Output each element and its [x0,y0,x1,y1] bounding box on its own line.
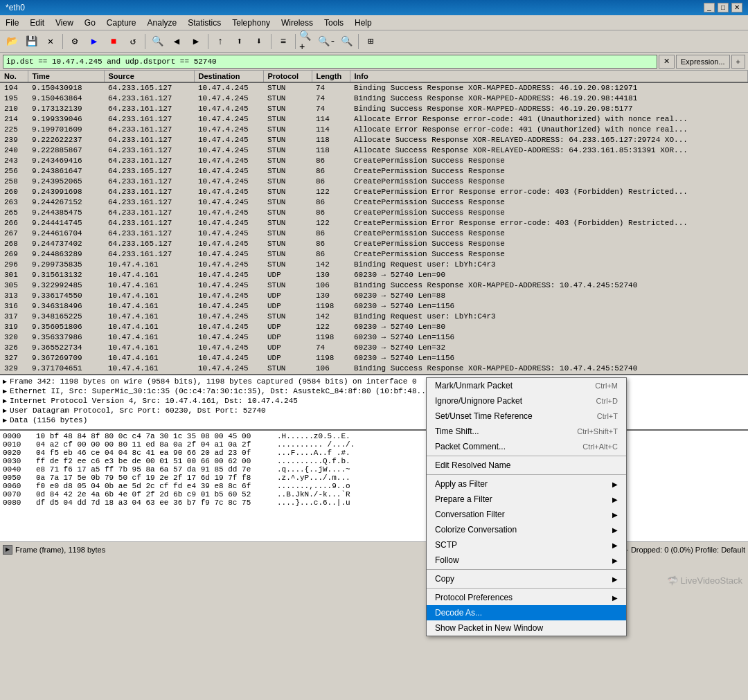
back-button[interactable]: ◀ [168,33,186,51]
table-row[interactable]: 2109.17313213964.233.161.12710.47.4.245S… [0,104,748,114]
cell-len: 86 [312,208,350,218]
cell-src: 64.233.161.127 [104,156,194,166]
cell-no: 210 [0,104,28,114]
cell-time: 9.173132139 [28,104,104,114]
ctx-menu-item-apply-as-filter[interactable]: Apply as Filter▶ [427,476,626,492]
menu-item-tools[interactable]: Tools [319,15,349,30]
goto-button[interactable]: ↑ [211,33,229,51]
table-row[interactable]: 2669.24441474564.233.161.12710.47.4.245S… [0,218,748,228]
cell-src: 64.233.161.127 [104,187,194,197]
detail-row: ▶Frame 342: 1198 bytes on wire (9584 bit… [3,377,745,386]
menu-item-view[interactable]: View [50,15,79,30]
ctx-menu-item-conversation-filter[interactable]: Conversation Filter▶ [427,507,626,522]
table-row[interactable]: 3059.32299248510.47.4.16110.47.4.245STUN… [0,280,748,291]
restart-button[interactable]: ↺ [124,33,142,51]
table-row[interactable]: 2639.24426715264.233.161.12710.47.4.245S… [0,197,748,208]
table-row[interactable]: 3169.34631849610.47.4.16110.47.4.245UDP1… [0,301,748,312]
table-row[interactable]: 3269.36552273410.47.4.16110.47.4.245UDP7… [0,343,748,353]
menu-item-wireless[interactable]: Wireless [276,15,319,30]
table-row[interactable]: 1959.15046386464.233.161.12710.47.4.245S… [0,93,748,104]
table-row[interactable]: 2679.24461670464.233.161.12710.47.4.245S… [0,228,748,239]
cell-src: 64.233.161.127 [104,125,194,135]
detail-arrow-icon: ▶ [3,416,7,424]
table-row[interactable]: 3279.36726970910.47.4.16110.47.4.245UDP1… [0,353,748,364]
ctx-menu-item-set-unset-time-reference[interactable]: Set/Unset Time ReferenceCtrl+T [427,409,626,424]
cell-dst: 10.47.4.245 [194,114,263,125]
menu-item-help[interactable]: Help [349,15,377,30]
table-row[interactable]: 3199.35605180610.47.4.16110.47.4.245UDP1… [0,322,748,332]
resize-columns-button[interactable]: ⊞ [362,33,380,51]
table-row[interactable]: 2409.22288586764.233.161.12710.47.4.245S… [0,145,748,156]
expression-button[interactable]: Expression... [676,55,730,69]
cell-no: 317 [0,312,28,322]
table-row[interactable]: 3019.31561313210.47.4.16110.47.4.245UDP1… [0,270,748,280]
menu-item-edit[interactable]: Edit [24,15,50,30]
ctx-menu-item-follow[interactable]: Follow▶ [427,553,626,557]
table-row[interactable]: 2259.19970160964.233.161.12710.47.4.245S… [0,125,748,135]
ctx-menu-item-ignore-unignore-packet[interactable]: Ignore/Unignore PacketCtrl+D [427,393,626,409]
table-row[interactable]: 3299.37170465110.47.4.16110.47.4.245STUN… [0,364,748,374]
ctx-menu-item-mark-unmark-packet[interactable]: Mark/Unmark PacketCtrl+M [427,378,626,393]
save-button[interactable]: 💾 [22,33,40,51]
ctx-menu-item-colorize-conversation[interactable]: Colorize Conversation▶ [427,522,626,537]
table-row[interactable]: 3209.35633798610.47.4.16110.47.4.245UDP1… [0,332,748,343]
first-button[interactable]: ⬆ [231,33,249,51]
ctx-item-label: Prepare a Filter [435,494,492,504]
forward-button[interactable]: ▶ [187,33,205,51]
titlebar-controls[interactable]: _ □ ✕ [704,3,742,12]
start-button[interactable]: ▶ [85,33,103,51]
autoscroll-button[interactable]: ≡ [274,33,292,51]
table-row[interactable]: 2399.22262223764.233.161.12710.47.4.245S… [0,135,748,145]
close-button[interactable]: ✕ [731,3,742,12]
ctx-menu-item-sctp[interactable]: SCTP▶ [427,537,626,553]
maximize-button[interactable]: □ [718,3,729,12]
table-row[interactable]: 1949.15043091864.233.165.12710.47.4.245S… [0,82,748,93]
cell-src: 64.233.161.127 [104,93,194,104]
cell-dst: 10.47.4.245 [194,135,263,145]
table-row[interactable]: 2439.24346941664.233.161.12710.47.4.245S… [0,156,748,166]
ctx-menu-item-packet-comment-[interactable]: Packet Comment...Ctrl+Alt+C [427,439,626,454]
menu-item-file[interactable]: File [0,15,24,30]
find-button[interactable]: 🔍 [148,33,166,51]
hex-bytes: 0d 84 42 2e 4a 6b 4e 0f 2f 2d 6b c9 01 b… [36,490,271,499]
hex-ascii: .......,....9..o [277,482,350,490]
add-expression-button[interactable]: + [731,55,745,69]
filter-input[interactable] [3,55,657,69]
hex-offset: 0030 [3,457,30,465]
table-row[interactable]: 2589.24395206564.233.161.12710.47.4.245S… [0,177,748,187]
hex-ascii: .......... /.../. [277,440,355,449]
clear-filter-button[interactable]: ✕ [659,55,675,69]
close-capture-button[interactable]: ✕ [42,33,60,51]
table-row[interactable]: 3139.33617455010.47.4.16110.47.4.245UDP1… [0,291,748,301]
zoom-out-button[interactable]: 🔍- [318,33,336,51]
open-button[interactable]: 📂 [3,33,21,51]
status-frame-info: Frame (frame), 1198 bytes [15,546,105,554]
zoom-reset-button[interactable]: 🔍 [337,33,355,51]
options-button[interactable]: ⚙ [66,33,84,51]
table-row[interactable]: 2569.24386164764.233.165.12710.47.4.245S… [0,166,748,177]
cell-src: 10.47.4.161 [104,343,194,353]
ctx-menu-item-time-shift-[interactable]: Time Shift...Ctrl+Shift+T [427,424,626,439]
detail-row: ▶Internet Protocol Version 4, Src: 10.47… [3,396,745,406]
menu-item-statistics[interactable]: Statistics [182,15,226,30]
stop-button[interactable]: ■ [105,33,123,51]
table-row[interactable]: 2969.29973583510.47.4.16110.47.4.245STUN… [0,260,748,270]
table-row[interactable]: 2609.24399169864.233.161.12710.47.4.245S… [0,187,748,197]
menu-item-go[interactable]: Go [79,15,101,30]
cell-src: 64.233.161.127 [104,145,194,156]
last-button[interactable]: ⬇ [250,33,268,51]
ctx-menu-item-edit-resolved-name[interactable]: Edit Resolved Name [427,458,626,473]
table-row[interactable]: 2689.24473740264.233.165.12710.47.4.245S… [0,239,748,249]
table-row[interactable]: 3179.34816522510.47.4.16110.47.4.245STUN… [0,312,748,322]
menu-item-analyze[interactable]: Analyze [142,15,183,30]
ctx-menu-item-prepare-a-filter[interactable]: Prepare a Filter▶ [427,492,626,507]
table-row[interactable]: 2699.24486328964.233.161.12710.47.4.245S… [0,249,748,260]
menu-item-capture[interactable]: Capture [101,15,142,30]
minimize-button[interactable]: _ [704,3,715,12]
menu-item-telephony[interactable]: Telephony [226,15,276,30]
table-row[interactable]: 2659.24438547564.233.161.12710.47.4.245S… [0,208,748,218]
cell-info: 60230 → 52740 Len=88 [350,291,748,301]
zoom-in-button[interactable]: 🔍+ [299,33,317,51]
table-row[interactable]: 2149.19933904664.233.161.12710.47.4.245S… [0,114,748,125]
hex-row: 002004 f5 eb 46 ce 04 04 8c 41 ea 90 66 … [3,449,745,457]
